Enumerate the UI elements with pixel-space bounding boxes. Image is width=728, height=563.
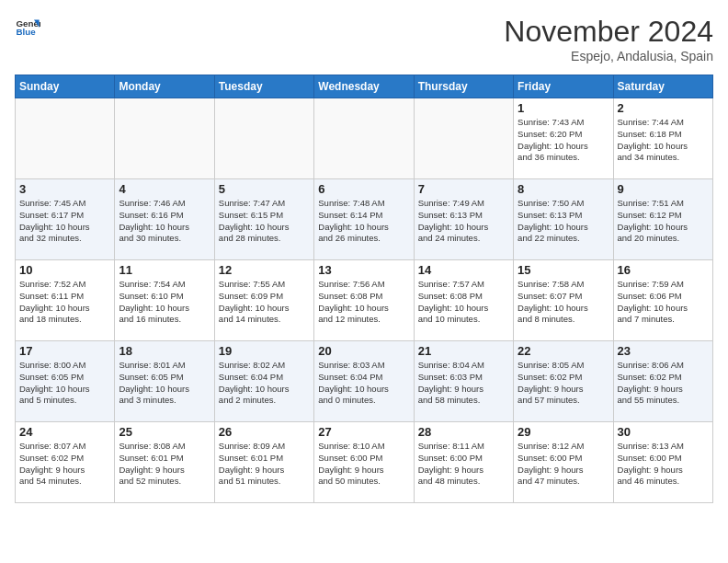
calendar-cell (16, 98, 115, 179)
calendar-cell: 28Sunrise: 8:11 AM Sunset: 6:00 PM Dayli… (414, 422, 513, 503)
day-info: Sunrise: 8:03 AM Sunset: 6:04 PM Dayligh… (318, 360, 409, 407)
day-number: 18 (119, 344, 210, 358)
calendar-cell: 3Sunrise: 7:45 AM Sunset: 6:17 PM Daylig… (16, 179, 115, 260)
calendar-cell: 23Sunrise: 8:06 AM Sunset: 6:02 PM Dayli… (613, 341, 712, 422)
page-header: General Blue November 2024 Espejo, Andal… (15, 15, 713, 63)
day-number: 24 (19, 425, 110, 439)
day-info: Sunrise: 7:43 AM Sunset: 6:20 PM Dayligh… (518, 117, 609, 164)
calendar-week-row: 24Sunrise: 8:07 AM Sunset: 6:02 PM Dayli… (16, 422, 713, 503)
day-number: 25 (119, 425, 210, 439)
calendar-cell: 24Sunrise: 8:07 AM Sunset: 6:02 PM Dayli… (16, 422, 115, 503)
calendar-cell: 27Sunrise: 8:10 AM Sunset: 6:00 PM Dayli… (314, 422, 414, 503)
day-number: 11 (119, 263, 210, 277)
calendar-cell: 2Sunrise: 7:44 AM Sunset: 6:18 PM Daylig… (613, 98, 712, 179)
calendar-cell: 25Sunrise: 8:08 AM Sunset: 6:01 PM Dayli… (115, 422, 214, 503)
day-info: Sunrise: 7:44 AM Sunset: 6:18 PM Dayligh… (618, 117, 709, 164)
day-info: Sunrise: 7:59 AM Sunset: 6:06 PM Dayligh… (618, 279, 709, 326)
calendar-cell: 17Sunrise: 8:00 AM Sunset: 6:05 PM Dayli… (16, 341, 115, 422)
day-info: Sunrise: 7:49 AM Sunset: 6:13 PM Dayligh… (418, 198, 509, 245)
day-number: 22 (518, 344, 609, 358)
day-number: 10 (19, 263, 110, 277)
calendar-cell: 11Sunrise: 7:54 AM Sunset: 6:10 PM Dayli… (115, 260, 214, 341)
calendar-cell: 18Sunrise: 8:01 AM Sunset: 6:05 PM Dayli… (115, 341, 214, 422)
logo: General Blue (15, 15, 40, 40)
day-number: 5 (219, 182, 310, 196)
calendar-cell: 1Sunrise: 7:43 AM Sunset: 6:20 PM Daylig… (514, 98, 613, 179)
calendar-cell: 13Sunrise: 7:56 AM Sunset: 6:08 PM Dayli… (314, 260, 414, 341)
day-number: 6 (318, 182, 409, 196)
calendar-cell (414, 98, 513, 179)
day-number: 7 (418, 182, 509, 196)
day-number: 12 (219, 263, 310, 277)
day-number: 8 (518, 182, 609, 196)
calendar-table: SundayMondayTuesdayWednesdayThursdayFrid… (15, 75, 713, 503)
column-header-sunday: Sunday (16, 75, 115, 98)
calendar-cell: 15Sunrise: 7:58 AM Sunset: 6:07 PM Dayli… (514, 260, 613, 341)
day-info: Sunrise: 8:12 AM Sunset: 6:00 PM Dayligh… (518, 441, 609, 488)
day-number: 13 (318, 263, 409, 277)
day-number: 1 (518, 101, 609, 115)
calendar-cell: 21Sunrise: 8:04 AM Sunset: 6:03 PM Dayli… (414, 341, 513, 422)
column-header-tuesday: Tuesday (214, 75, 313, 98)
calendar-cell: 19Sunrise: 8:02 AM Sunset: 6:04 PM Dayli… (214, 341, 313, 422)
day-info: Sunrise: 7:55 AM Sunset: 6:09 PM Dayligh… (219, 279, 310, 326)
day-info: Sunrise: 7:47 AM Sunset: 6:15 PM Dayligh… (219, 198, 310, 245)
calendar-week-row: 10Sunrise: 7:52 AM Sunset: 6:11 PM Dayli… (16, 260, 713, 341)
calendar-header-row: SundayMondayTuesdayWednesdayThursdayFrid… (16, 75, 713, 98)
month-title: November 2024 (504, 15, 713, 49)
calendar-cell: 16Sunrise: 7:59 AM Sunset: 6:06 PM Dayli… (613, 260, 712, 341)
day-info: Sunrise: 8:13 AM Sunset: 6:00 PM Dayligh… (618, 441, 709, 488)
day-info: Sunrise: 7:57 AM Sunset: 6:08 PM Dayligh… (418, 279, 509, 326)
day-number: 17 (19, 344, 110, 358)
column-header-monday: Monday (115, 75, 214, 98)
day-info: Sunrise: 8:09 AM Sunset: 6:01 PM Dayligh… (219, 441, 310, 488)
calendar-cell: 9Sunrise: 7:51 AM Sunset: 6:12 PM Daylig… (613, 179, 712, 260)
day-number: 16 (618, 263, 709, 277)
day-info: Sunrise: 7:52 AM Sunset: 6:11 PM Dayligh… (19, 279, 110, 326)
day-number: 29 (518, 425, 609, 439)
calendar-cell: 26Sunrise: 8:09 AM Sunset: 6:01 PM Dayli… (214, 422, 313, 503)
day-number: 20 (318, 344, 409, 358)
calendar-week-row: 3Sunrise: 7:45 AM Sunset: 6:17 PM Daylig… (16, 179, 713, 260)
day-info: Sunrise: 8:04 AM Sunset: 6:03 PM Dayligh… (418, 360, 509, 407)
calendar-cell: 30Sunrise: 8:13 AM Sunset: 6:00 PM Dayli… (613, 422, 712, 503)
day-info: Sunrise: 8:07 AM Sunset: 6:02 PM Dayligh… (19, 441, 110, 488)
day-info: Sunrise: 7:56 AM Sunset: 6:08 PM Dayligh… (318, 279, 409, 326)
calendar-cell: 8Sunrise: 7:50 AM Sunset: 6:13 PM Daylig… (514, 179, 613, 260)
svg-text:Blue: Blue (16, 27, 36, 37)
column-header-friday: Friday (514, 75, 613, 98)
day-info: Sunrise: 7:58 AM Sunset: 6:07 PM Dayligh… (518, 279, 609, 326)
day-number: 3 (19, 182, 110, 196)
calendar-cell: 22Sunrise: 8:05 AM Sunset: 6:02 PM Dayli… (514, 341, 613, 422)
calendar-cell: 29Sunrise: 8:12 AM Sunset: 6:00 PM Dayli… (514, 422, 613, 503)
day-number: 23 (618, 344, 709, 358)
calendar-cell: 14Sunrise: 7:57 AM Sunset: 6:08 PM Dayli… (414, 260, 513, 341)
column-header-wednesday: Wednesday (314, 75, 414, 98)
day-info: Sunrise: 8:06 AM Sunset: 6:02 PM Dayligh… (618, 360, 709, 407)
calendar-cell: 10Sunrise: 7:52 AM Sunset: 6:11 PM Dayli… (16, 260, 115, 341)
day-number: 21 (418, 344, 509, 358)
calendar-cell (214, 98, 313, 179)
day-info: Sunrise: 8:11 AM Sunset: 6:00 PM Dayligh… (418, 441, 509, 488)
day-number: 9 (618, 182, 709, 196)
logo-icon: General Blue (15, 15, 40, 40)
day-info: Sunrise: 8:10 AM Sunset: 6:00 PM Dayligh… (318, 441, 409, 488)
day-number: 19 (219, 344, 310, 358)
location-subtitle: Espejo, Andalusia, Spain (504, 49, 713, 63)
day-info: Sunrise: 8:00 AM Sunset: 6:05 PM Dayligh… (19, 360, 110, 407)
day-number: 14 (418, 263, 509, 277)
day-info: Sunrise: 8:02 AM Sunset: 6:04 PM Dayligh… (219, 360, 310, 407)
calendar-week-row: 17Sunrise: 8:00 AM Sunset: 6:05 PM Dayli… (16, 341, 713, 422)
day-number: 30 (618, 425, 709, 439)
calendar-cell: 12Sunrise: 7:55 AM Sunset: 6:09 PM Dayli… (214, 260, 313, 341)
day-number: 28 (418, 425, 509, 439)
title-block: November 2024 Espejo, Andalusia, Spain (504, 15, 713, 63)
day-number: 27 (318, 425, 409, 439)
day-info: Sunrise: 7:45 AM Sunset: 6:17 PM Dayligh… (19, 198, 110, 245)
day-info: Sunrise: 8:08 AM Sunset: 6:01 PM Dayligh… (119, 441, 210, 488)
day-info: Sunrise: 7:46 AM Sunset: 6:16 PM Dayligh… (119, 198, 210, 245)
calendar-cell: 6Sunrise: 7:48 AM Sunset: 6:14 PM Daylig… (314, 179, 414, 260)
calendar-cell: 5Sunrise: 7:47 AM Sunset: 6:15 PM Daylig… (214, 179, 313, 260)
day-info: Sunrise: 7:51 AM Sunset: 6:12 PM Dayligh… (618, 198, 709, 245)
day-number: 26 (219, 425, 310, 439)
